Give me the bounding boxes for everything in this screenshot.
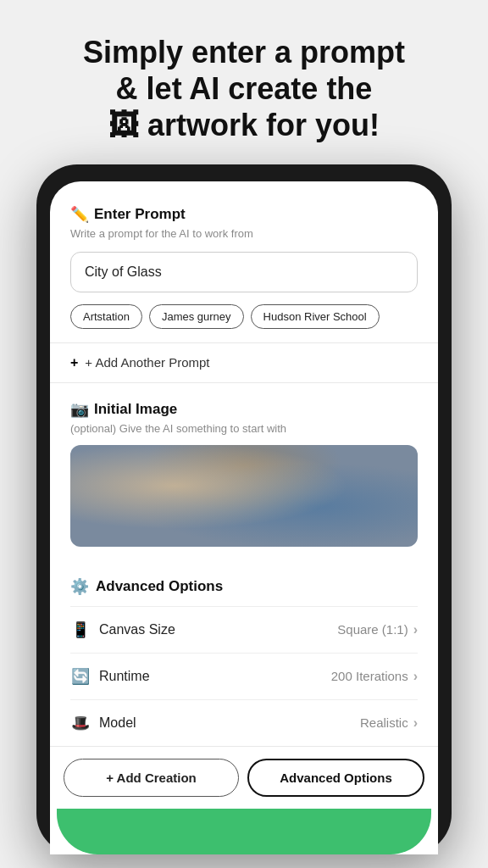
initial-image-title: Initial Image xyxy=(94,401,177,418)
model-icon: 🎩 xyxy=(70,714,91,732)
add-creation-button[interactable]: + Add Creation xyxy=(64,759,239,797)
tags-row: Artstation James gurney Hudson River Sch… xyxy=(70,304,418,329)
advanced-options-title: Advanced Options xyxy=(96,578,223,595)
canvas-size-value: Square (1:1) xyxy=(337,622,408,637)
runtime-label: Runtime xyxy=(99,669,150,684)
camera-icon: 📷 xyxy=(70,400,89,419)
plus-icon: + xyxy=(70,355,78,370)
canvas-size-label: Canvas Size xyxy=(99,622,175,637)
advanced-options-section: ⚙️ Advanced Options 📱 Canvas Size Square… xyxy=(70,564,418,746)
model-value: Realistic xyxy=(360,715,408,730)
hero-title: Simply enter a prompt & let AI create th… xyxy=(34,34,454,144)
tag-artstation[interactable]: Artstation xyxy=(70,304,142,329)
canvas-chevron-icon: › xyxy=(413,622,418,637)
initial-image-section: 📷 Initial Image (optional) Give the AI s… xyxy=(70,383,418,547)
bottom-bar: + Add Creation Advanced Options xyxy=(50,746,438,809)
section-header-prompt: ✏️ Enter Prompt xyxy=(70,205,418,224)
runtime-value: 200 Iterations xyxy=(331,669,408,683)
phone-shell: ✏️ Enter Prompt Write a prompt for the A… xyxy=(36,164,452,854)
add-another-prompt-button[interactable]: + + Add Another Prompt xyxy=(70,343,418,382)
advanced-options-header: ⚙️ Advanced Options xyxy=(70,567,418,606)
runtime-icon: 🔄 xyxy=(70,667,91,686)
prompt-input-text: City of Glass xyxy=(85,264,162,279)
section-header-image: 📷 Initial Image xyxy=(70,400,418,419)
initial-image-subtitle: (optional) Give the AI something to star… xyxy=(70,422,418,435)
canvas-icon: 📱 xyxy=(70,620,91,639)
phone-screen: ✏️ Enter Prompt Write a prompt for the A… xyxy=(50,181,438,854)
pencil-icon: ✏️ xyxy=(70,205,89,224)
image-preview-visual xyxy=(70,445,418,547)
prompt-input-box[interactable]: City of Glass xyxy=(70,252,418,292)
enter-prompt-section: ✏️ Enter Prompt Write a prompt for the A… xyxy=(70,205,418,383)
add-prompt-label: + Add Another Prompt xyxy=(85,355,209,370)
green-bottom-bar xyxy=(57,809,431,854)
hero-section: Simply enter a prompt & let AI create th… xyxy=(0,0,488,144)
prompt-section-subtitle: Write a prompt for the AI to work from xyxy=(70,227,418,240)
image-preview[interactable] xyxy=(70,445,418,547)
model-label: Model xyxy=(99,715,136,731)
phone-wrapper: ✏️ Enter Prompt Write a prompt for the A… xyxy=(36,164,452,854)
advanced-options-button[interactable]: Advanced Options xyxy=(247,759,424,797)
canvas-size-option[interactable]: 📱 Canvas Size Square (1:1) › xyxy=(70,606,418,653)
model-chevron-icon: › xyxy=(413,715,418,731)
runtime-chevron-icon: › xyxy=(413,669,418,684)
tag-hudson-river[interactable]: Hudson River School xyxy=(251,304,380,329)
model-option[interactable]: 🎩 Model Realistic › xyxy=(70,699,418,746)
tag-james-gurney[interactable]: James gurney xyxy=(149,304,244,329)
runtime-option[interactable]: 🔄 Runtime 200 Iterations › xyxy=(70,653,418,699)
prompt-section-title: Enter Prompt xyxy=(94,206,186,223)
gear-icon: ⚙️ xyxy=(70,577,89,596)
